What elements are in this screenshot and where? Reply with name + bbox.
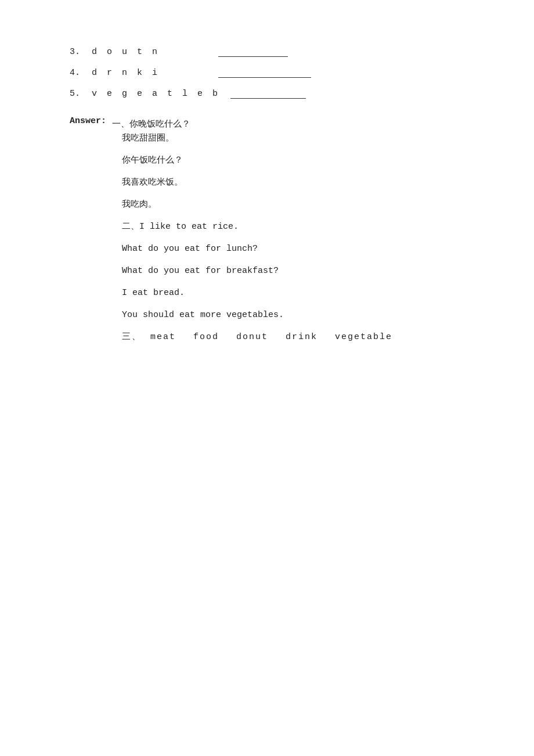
word-drink: drink — [286, 330, 317, 344]
item-3-letters: d o u t n — [92, 47, 208, 57]
answer-line-2: 你午饭吃什么？ — [122, 154, 464, 168]
section-three-words: meat food donut drink vegetable — [150, 330, 392, 344]
word-meat: meat — [150, 330, 176, 344]
item-5-letters: v e g e a t l e b — [92, 89, 220, 99]
item-4-number: 4. — [70, 68, 81, 78]
answer-line-4: 我吃肉。 — [122, 198, 464, 212]
answer-line-7: What do you eat for breakfast? — [122, 264, 464, 278]
section-three-prefix: 三、 — [122, 332, 142, 342]
answer-label: Answer: — [70, 116, 106, 126]
scramble-item-5: 5. v e g e a t l e b — [70, 88, 464, 99]
section-three-line: 三、 meat food donut drink vegetable — [122, 330, 464, 344]
answer-line-3: 我喜欢吃米饭。 — [122, 176, 464, 190]
scramble-item-4: 4. d r n k i — [70, 67, 464, 78]
word-food: food — [193, 330, 219, 344]
word-donut: donut — [236, 330, 268, 344]
item-3-number: 3. — [70, 47, 81, 57]
answer-line-8: I eat bread. — [122, 286, 464, 300]
answer-line-5: 二、I like to eat rice. — [122, 220, 464, 234]
answer-line-1: 我吃甜甜圈。 — [122, 132, 464, 146]
section-one-title: 一、你晚饭吃什么？ — [112, 118, 190, 129]
answer-content: 我吃甜甜圈。 你午饭吃什么？ 我喜欢吃米饭。 我吃肉。 二、I like to … — [122, 132, 464, 344]
item-5-number: 5. — [70, 89, 81, 99]
item-4-letters: d r n k i — [92, 68, 208, 78]
scramble-section: 3. d o u t n 4. d r n k i 5. v e g e a t… — [70, 46, 464, 99]
item-4-answer-line — [218, 67, 311, 78]
scramble-item-3: 3. d o u t n — [70, 46, 464, 57]
answer-line-9: You should eat more vegetables. — [122, 308, 464, 322]
item-5-answer-line — [230, 88, 306, 99]
item-3-answer-line — [218, 46, 288, 57]
word-vegetable: vegetable — [335, 330, 392, 344]
answer-line-6: What do you eat for lunch? — [122, 242, 464, 256]
answer-section: Answer: 一、你晚饭吃什么？ 我吃甜甜圈。 你午饭吃什么？ 我喜欢吃米饭。… — [70, 116, 464, 344]
answer-header-row: Answer: 一、你晚饭吃什么？ — [70, 116, 464, 132]
